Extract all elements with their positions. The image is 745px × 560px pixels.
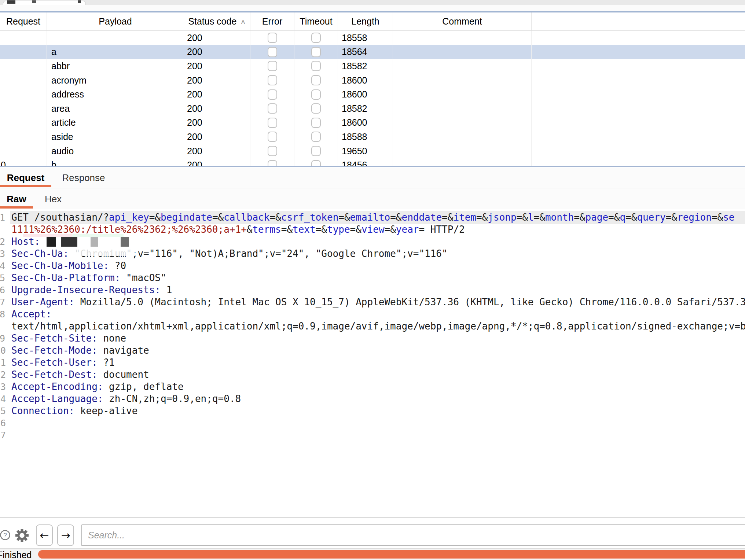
line-number: 3 bbox=[0, 248, 5, 260]
column-header-payload[interactable]: Payload bbox=[47, 12, 184, 30]
param-name: view bbox=[362, 224, 385, 235]
line-number: 1 bbox=[0, 211, 5, 224]
cell-timeout[interactable] bbox=[294, 158, 338, 166]
plain-text: navigate bbox=[98, 345, 149, 356]
progress-bar bbox=[38, 550, 745, 559]
table-row[interactable]: abbr20018582 bbox=[0, 59, 745, 73]
column-header-request[interactable]: Request bbox=[0, 12, 47, 30]
error-checkbox[interactable] bbox=[268, 33, 277, 43]
table-row[interactable]: address20018600 bbox=[0, 87, 745, 102]
line-number: 11 bbox=[0, 357, 5, 369]
cell-error[interactable] bbox=[250, 45, 294, 59]
error-checkbox[interactable] bbox=[268, 89, 277, 100]
settings-button[interactable] bbox=[15, 528, 29, 542]
cell-error[interactable] bbox=[250, 59, 294, 73]
cell-error[interactable] bbox=[250, 130, 294, 144]
cell-timeout[interactable] bbox=[294, 45, 338, 59]
timeout-checkbox[interactable] bbox=[311, 146, 321, 156]
error-checkbox[interactable] bbox=[268, 75, 277, 85]
error-checkbox[interactable] bbox=[268, 132, 277, 142]
request-line: 11Sec-Fetch-User: ?1 bbox=[0, 357, 745, 369]
help-button[interactable]: ? bbox=[0, 530, 10, 540]
cell-request bbox=[0, 87, 47, 102]
cell-error[interactable] bbox=[250, 102, 294, 116]
table-row[interactable]: acronym20018600 bbox=[0, 73, 745, 88]
table-row[interactable]: a20018564 bbox=[0, 45, 745, 59]
timeout-checkbox[interactable] bbox=[311, 75, 321, 85]
timeout-checkbox[interactable] bbox=[311, 118, 321, 128]
line-number: 17 bbox=[0, 429, 5, 441]
request-line: 16 bbox=[0, 417, 745, 429]
column-header-comment[interactable]: Comment bbox=[393, 12, 532, 30]
cell-error[interactable] bbox=[250, 31, 294, 45]
tab-request[interactable]: Request bbox=[0, 167, 51, 188]
cell-error[interactable] bbox=[250, 73, 294, 88]
cell-timeout[interactable] bbox=[294, 73, 338, 88]
column-label: Request bbox=[6, 16, 40, 27]
cell-error[interactable] bbox=[250, 144, 294, 158]
next-button[interactable]: → bbox=[57, 524, 74, 546]
column-label: Status code bbox=[188, 16, 236, 27]
search-input[interactable] bbox=[81, 524, 745, 546]
line-number: 12 bbox=[0, 369, 5, 381]
cell-comment bbox=[393, 87, 532, 102]
plain-text: = HTTP/2 bbox=[419, 224, 465, 235]
table-row[interactable]: aside20018588 bbox=[0, 130, 745, 144]
table-row[interactable]: area20018582 bbox=[0, 102, 745, 116]
timeout-checkbox[interactable] bbox=[311, 103, 321, 114]
error-checkbox[interactable] bbox=[268, 103, 277, 114]
cell-error[interactable] bbox=[250, 87, 294, 102]
param-name: emailto bbox=[350, 212, 390, 223]
timeout-checkbox[interactable] bbox=[311, 160, 321, 166]
error-checkbox[interactable] bbox=[268, 118, 277, 128]
param-name: csrf_token bbox=[281, 212, 339, 223]
table-row[interactable]: article20018600 bbox=[0, 116, 745, 130]
arrow-right-icon: → bbox=[61, 529, 70, 542]
cell-request bbox=[0, 130, 47, 144]
view-tab-raw[interactable]: Raw bbox=[0, 189, 33, 209]
column-header-timeout[interactable]: Timeout bbox=[294, 12, 338, 30]
cell-timeout[interactable] bbox=[294, 130, 338, 144]
cell-error[interactable] bbox=[250, 158, 294, 166]
header-name: Host: bbox=[11, 236, 40, 247]
cell-timeout[interactable] bbox=[294, 116, 338, 130]
cell-error[interactable] bbox=[250, 116, 294, 130]
column-header-status-code[interactable]: Status code∧ bbox=[184, 12, 250, 30]
plain-text: =& bbox=[385, 224, 396, 235]
table-row[interactable]: 20018558 bbox=[0, 31, 745, 45]
plain-text: none bbox=[98, 333, 126, 344]
cell-timeout[interactable] bbox=[294, 59, 338, 73]
request-editor[interactable]: 1GET /southasian/?api_key=&begindate=&ca… bbox=[0, 209, 745, 517]
timeout-checkbox[interactable] bbox=[311, 33, 321, 43]
plain-text: keep-alive bbox=[74, 405, 137, 416]
view-tab-hex[interactable]: Hex bbox=[37, 189, 70, 209]
column-header-length[interactable]: Length bbox=[338, 12, 393, 30]
table-row[interactable]: audio20019650 bbox=[0, 144, 745, 158]
timeout-checkbox[interactable] bbox=[311, 47, 321, 57]
cell-timeout[interactable] bbox=[294, 102, 338, 116]
param-name: begindate bbox=[161, 212, 212, 223]
cell-timeout[interactable] bbox=[294, 144, 338, 158]
column-header-error[interactable]: Error bbox=[250, 12, 294, 30]
timeout-checkbox[interactable] bbox=[311, 132, 321, 142]
previous-button[interactable]: ← bbox=[36, 524, 53, 546]
plain-text: =& bbox=[338, 212, 350, 223]
sort-ascending-icon: ∧ bbox=[240, 18, 246, 25]
line-number: 5 bbox=[0, 272, 5, 284]
line-number: 7 bbox=[0, 296, 5, 308]
error-checkbox[interactable] bbox=[268, 47, 277, 57]
table-row[interactable]: 0b20018456 bbox=[0, 158, 745, 166]
error-checkbox[interactable] bbox=[268, 61, 277, 71]
line-number: 16 bbox=[0, 417, 5, 429]
timeout-checkbox[interactable] bbox=[311, 89, 321, 100]
error-checkbox[interactable] bbox=[268, 146, 277, 156]
plain-text: =& bbox=[269, 212, 281, 223]
cell-timeout[interactable] bbox=[294, 31, 338, 45]
tab-response[interactable]: Response bbox=[58, 167, 109, 188]
param-name: page bbox=[585, 212, 608, 223]
cell-timeout[interactable] bbox=[294, 87, 338, 102]
header-name: Sec-Fetch-User: bbox=[11, 357, 98, 368]
error-checkbox[interactable] bbox=[268, 160, 277, 166]
timeout-checkbox[interactable] bbox=[311, 61, 321, 71]
results-table-body[interactable]: 20018558a20018564abbr20018582acronym2001… bbox=[0, 31, 745, 166]
